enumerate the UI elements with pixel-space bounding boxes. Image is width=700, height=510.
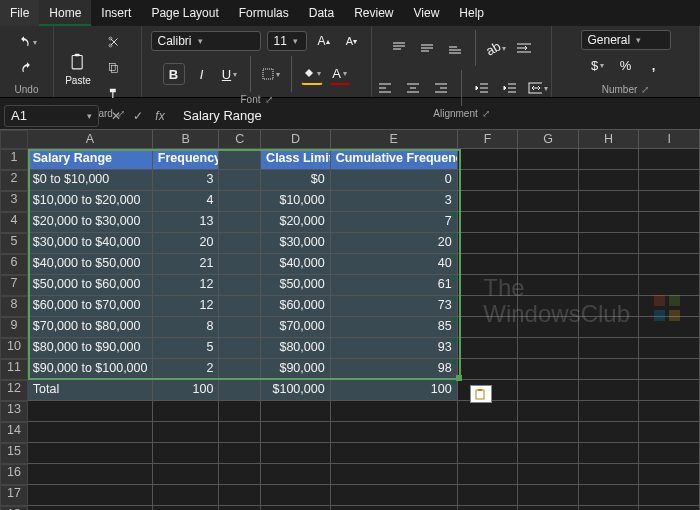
redo-button[interactable] xyxy=(15,56,39,80)
cell[interactable] xyxy=(579,233,640,254)
select-all-corner[interactable] xyxy=(0,130,28,149)
cell[interactable] xyxy=(518,149,579,170)
font-name-combo[interactable]: Calibri▾ xyxy=(151,31,261,51)
cell[interactable] xyxy=(639,443,700,464)
cell[interactable]: $70,000 to $80,000 xyxy=(28,317,153,338)
cell[interactable]: 20 xyxy=(331,233,458,254)
cell[interactable] xyxy=(458,254,519,275)
cell[interactable] xyxy=(458,170,519,191)
cell[interactable] xyxy=(261,485,331,506)
merge-button[interactable] xyxy=(527,77,549,99)
cell[interactable] xyxy=(579,485,640,506)
row-header[interactable]: 8 xyxy=(0,296,28,317)
row-header[interactable]: 17 xyxy=(0,485,28,506)
cell[interactable] xyxy=(579,380,640,401)
percent-button[interactable]: % xyxy=(615,54,637,76)
formula-input[interactable]: Salary Range xyxy=(173,108,700,123)
cell[interactable]: $60,000 to $70,000 xyxy=(28,296,153,317)
cell[interactable] xyxy=(579,254,640,275)
cell[interactable] xyxy=(219,401,261,422)
cell[interactable]: $30,000 xyxy=(261,233,331,254)
row-header[interactable]: 3 xyxy=(0,191,28,212)
cell[interactable] xyxy=(153,401,220,422)
cell[interactable] xyxy=(458,233,519,254)
cell[interactable]: 0 xyxy=(331,170,458,191)
align-middle-button[interactable] xyxy=(416,37,438,59)
cell[interactable]: $30,000 to $40,000 xyxy=(28,233,153,254)
cell[interactable] xyxy=(518,401,579,422)
cell[interactable] xyxy=(639,359,700,380)
cell[interactable] xyxy=(219,359,261,380)
cell[interactable] xyxy=(219,170,261,191)
cell[interactable] xyxy=(518,485,579,506)
menu-insert[interactable]: Insert xyxy=(91,0,141,26)
align-right-button[interactable] xyxy=(430,77,452,99)
cell[interactable] xyxy=(28,443,153,464)
cell[interactable] xyxy=(219,212,261,233)
row-header[interactable]: 2 xyxy=(0,170,28,191)
cell[interactable]: $70,000 xyxy=(261,317,331,338)
cell[interactable] xyxy=(28,485,153,506)
cell[interactable] xyxy=(28,422,153,443)
cell[interactable] xyxy=(639,506,700,510)
row-header[interactable]: 16 xyxy=(0,464,28,485)
cell[interactable] xyxy=(579,149,640,170)
cell[interactable] xyxy=(579,275,640,296)
italic-button[interactable]: I xyxy=(191,63,213,85)
shrink-font-button[interactable]: A▾ xyxy=(341,30,363,52)
cell[interactable] xyxy=(639,191,700,212)
cell[interactable] xyxy=(219,422,261,443)
row-header[interactable]: 7 xyxy=(0,275,28,296)
cell[interactable] xyxy=(219,149,261,170)
col-header[interactable]: A xyxy=(28,130,153,149)
cell[interactable] xyxy=(579,464,640,485)
cell[interactable]: 98 xyxy=(331,359,458,380)
cell[interactable] xyxy=(458,464,519,485)
cell[interactable] xyxy=(639,275,700,296)
cell[interactable]: $20,000 xyxy=(261,212,331,233)
cell[interactable] xyxy=(639,464,700,485)
bold-button[interactable]: B xyxy=(163,63,185,85)
cell[interactable]: 85 xyxy=(331,317,458,338)
cell[interactable] xyxy=(28,464,153,485)
cell[interactable] xyxy=(153,506,220,510)
cell[interactable]: 12 xyxy=(153,275,220,296)
cell[interactable]: $60,000 xyxy=(261,296,331,317)
cell[interactable] xyxy=(579,212,640,233)
align-center-button[interactable] xyxy=(402,77,424,99)
row-header[interactable]: 10 xyxy=(0,338,28,359)
cell[interactable] xyxy=(153,485,220,506)
cut-button[interactable] xyxy=(102,30,126,54)
cell[interactable] xyxy=(518,170,579,191)
cell[interactable] xyxy=(261,401,331,422)
cell[interactable] xyxy=(639,317,700,338)
cell[interactable] xyxy=(579,191,640,212)
paste-options-button[interactable] xyxy=(470,385,492,403)
cell[interactable] xyxy=(458,317,519,338)
cell[interactable]: Class Limits xyxy=(261,149,331,170)
row-header[interactable]: 12 xyxy=(0,380,28,401)
cell[interactable] xyxy=(518,233,579,254)
cell[interactable] xyxy=(639,422,700,443)
cell[interactable]: 100 xyxy=(331,380,458,401)
format-painter-button[interactable] xyxy=(102,82,126,106)
cell[interactable] xyxy=(458,485,519,506)
cell[interactable] xyxy=(331,506,458,510)
cell[interactable] xyxy=(518,422,579,443)
cell[interactable] xyxy=(579,296,640,317)
cell[interactable] xyxy=(639,254,700,275)
cell[interactable]: 2 xyxy=(153,359,220,380)
row-header[interactable]: 18 xyxy=(0,506,28,510)
cell[interactable] xyxy=(28,401,153,422)
cell[interactable]: $80,000 xyxy=(261,338,331,359)
cell[interactable] xyxy=(219,485,261,506)
cell[interactable]: 93 xyxy=(331,338,458,359)
cell[interactable]: $90,000 to $100,000 xyxy=(28,359,153,380)
name-box[interactable]: A1▾ xyxy=(4,105,99,127)
cell[interactable] xyxy=(219,296,261,317)
cell[interactable] xyxy=(579,359,640,380)
cell[interactable] xyxy=(518,317,579,338)
cell[interactable] xyxy=(639,401,700,422)
decrease-indent-button[interactable] xyxy=(471,77,493,99)
cell[interactable]: 21 xyxy=(153,254,220,275)
